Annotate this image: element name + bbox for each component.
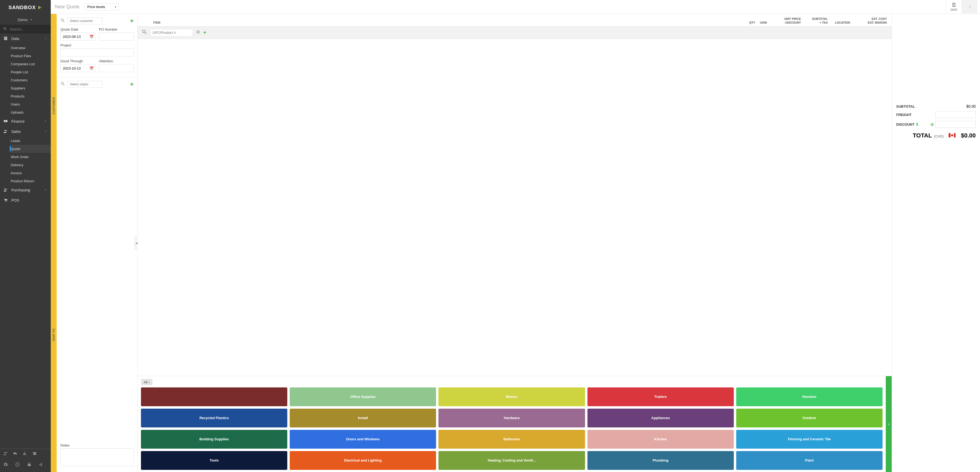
sidebar-item-users[interactable]: Users bbox=[11, 100, 51, 108]
chart-icon[interactable] bbox=[22, 451, 27, 457]
workspace-selector[interactable]: Demo bbox=[0, 15, 51, 25]
chevron-down-icon bbox=[29, 18, 33, 22]
nav-data-label: Data bbox=[11, 37, 19, 41]
sidebar-item-companies-list[interactable]: Companies List bbox=[11, 60, 51, 68]
shipto-select-input[interactable] bbox=[67, 81, 102, 88]
category-tile-random[interactable]: Random bbox=[736, 388, 883, 406]
category-tile-flooring-and-ceramic-tile[interactable]: Flooring and Ceramic Tile bbox=[736, 430, 883, 449]
col-item: ITEM bbox=[143, 21, 739, 24]
category-tile-bathroom[interactable]: Bathroom bbox=[438, 430, 585, 449]
category-tile-heating-cooling-and-ventil-[interactable]: Heating, Cooling and Ventil... bbox=[438, 451, 585, 470]
section-rails: CUSTOMER SHIP TO bbox=[51, 14, 57, 472]
category-tile-recycled-plastics[interactable]: Recycled Plastics bbox=[141, 408, 287, 428]
project-label: Project bbox=[60, 43, 134, 47]
category-tile-tools[interactable]: Tools bbox=[141, 451, 287, 470]
category-tile-install[interactable]: Install bbox=[290, 408, 436, 428]
items-search-row: + bbox=[138, 27, 892, 39]
sidebar-item-product-files[interactable]: Product Files bbox=[11, 52, 51, 60]
list-view-icon[interactable] bbox=[196, 30, 200, 36]
sidebar-item-overview[interactable]: Overview bbox=[11, 44, 51, 52]
nav-purchasing[interactable]: Purchasing bbox=[0, 185, 51, 195]
category-tile-kitchen[interactable]: Kitchen bbox=[587, 430, 734, 449]
clock-icon[interactable] bbox=[15, 462, 20, 468]
nav-finance-label: Finance bbox=[11, 119, 25, 124]
customer-pane: + Quote Date 📅 PO Number Project bbox=[57, 14, 138, 472]
col-subtotal-2: + TAX bbox=[801, 21, 828, 24]
sidebar-item-quote[interactable]: Quote bbox=[11, 145, 51, 153]
category-tile-trailers[interactable]: Trailers bbox=[587, 388, 734, 406]
sidebar-item-leads[interactable]: Leads bbox=[11, 137, 51, 145]
category-next-button[interactable]: › bbox=[886, 376, 892, 472]
category-tile-plumbing[interactable]: Plumbing bbox=[587, 451, 734, 470]
gear-icon[interactable] bbox=[3, 462, 8, 468]
save-button[interactable]: SAVE bbox=[946, 0, 962, 14]
category-tile-paint[interactable]: Paint bbox=[736, 451, 883, 470]
category-tile-building-supplies[interactable]: Building Supplies bbox=[141, 430, 287, 449]
main-area: New Quote Price levels ▾ SAVE CUSTOMER S… bbox=[51, 0, 980, 472]
truck-icon[interactable] bbox=[13, 451, 18, 457]
sidebar-item-work-order[interactable]: Work Order bbox=[11, 153, 51, 161]
notes-label: Notes bbox=[60, 443, 134, 447]
svg-point-12 bbox=[6, 452, 7, 453]
category-tile-appliances[interactable]: Appliances bbox=[587, 408, 734, 428]
upc-input[interactable] bbox=[150, 29, 193, 37]
nav-finance[interactable]: Finance bbox=[0, 116, 51, 126]
add-customer-button[interactable]: + bbox=[130, 17, 134, 25]
sidebar-item-invoice[interactable]: Invoice bbox=[11, 169, 51, 177]
sidebar-item-customers[interactable]: Customers bbox=[11, 76, 51, 84]
topbar-more-button[interactable] bbox=[962, 0, 977, 14]
discount-input[interactable] bbox=[935, 121, 976, 128]
po-number-input[interactable] bbox=[99, 32, 134, 41]
freight-input[interactable] bbox=[935, 111, 976, 118]
price-level-value: Price levels bbox=[87, 5, 105, 9]
users-icon bbox=[3, 188, 8, 193]
sidebar-item-uploads[interactable]: Uploads bbox=[11, 108, 51, 116]
search-icon bbox=[60, 18, 65, 24]
sidebar-item-products[interactable]: Products bbox=[11, 92, 51, 100]
category-tile-doors-and-windows[interactable]: Doors and Windows bbox=[290, 430, 436, 449]
add-item-button[interactable]: + bbox=[203, 30, 207, 36]
global-search-input[interactable] bbox=[10, 27, 48, 32]
nav-sales[interactable]: Sales bbox=[0, 126, 51, 137]
global-search[interactable] bbox=[0, 25, 51, 33]
attention-input[interactable] bbox=[99, 64, 134, 72]
brand-logo: SANDBOX bbox=[0, 0, 51, 15]
customer-select-input[interactable] bbox=[67, 17, 102, 24]
chevron-down-icon bbox=[44, 129, 48, 134]
svg-point-14 bbox=[16, 454, 17, 455]
nav-data[interactable]: Data bbox=[0, 33, 51, 44]
calendar-icon[interactable]: 📅 bbox=[89, 35, 94, 39]
discount-label: DISCOUNT bbox=[896, 122, 915, 126]
shipto-section: + Notes bbox=[57, 77, 137, 472]
category-tile-hardware[interactable]: Hardware bbox=[438, 408, 585, 428]
category-tile-blocks[interactable]: Blocks bbox=[438, 388, 585, 406]
nav-pos[interactable]: POS bbox=[0, 195, 51, 205]
add-shipto-button[interactable]: + bbox=[130, 81, 134, 88]
price-level-select[interactable]: Price levels ▾ bbox=[84, 3, 119, 11]
sidebar-item-delivery[interactable]: Delivery bbox=[11, 161, 51, 169]
sidebar-item-people-list[interactable]: People List bbox=[11, 68, 51, 76]
sidebar-item-product-return[interactable]: Product Return bbox=[11, 177, 51, 185]
add-discount-button[interactable]: ⊕ bbox=[930, 122, 934, 127]
col-est-cost-2: EST. MARGIN bbox=[857, 21, 887, 24]
category-tile-blank[interactable] bbox=[141, 388, 287, 406]
lock-icon[interactable] bbox=[27, 462, 32, 468]
calendar-icon[interactable]: 📅 bbox=[89, 66, 94, 70]
users-icon[interactable] bbox=[3, 451, 8, 457]
sidebar-item-suppliers[interactable]: Suppliers bbox=[11, 84, 51, 92]
col-qty: QTY bbox=[739, 21, 755, 24]
svg-point-13 bbox=[14, 454, 14, 455]
notes-input[interactable] bbox=[60, 448, 134, 466]
category-tile-office-supplies[interactable]: Office Supplies bbox=[290, 388, 436, 406]
category-tile-electrical-and-lighting[interactable]: Electrical and Lighting bbox=[290, 451, 436, 470]
good-through-label: Good Through bbox=[60, 59, 95, 63]
archive-icon[interactable] bbox=[32, 451, 37, 457]
logout-icon[interactable] bbox=[39, 462, 43, 468]
main-nav: Data OverviewProduct FilesCompanies List… bbox=[0, 33, 51, 449]
category-crumb-all[interactable]: All › bbox=[141, 379, 153, 385]
category-tile-outdoor[interactable]: Outdoor bbox=[736, 408, 883, 428]
project-input[interactable] bbox=[60, 48, 134, 56]
collapse-customer-pane[interactable]: ◀ bbox=[135, 237, 138, 250]
subtotal-value: $0.00 bbox=[966, 104, 976, 108]
customer-section: + Quote Date 📅 PO Number Project bbox=[57, 14, 137, 77]
